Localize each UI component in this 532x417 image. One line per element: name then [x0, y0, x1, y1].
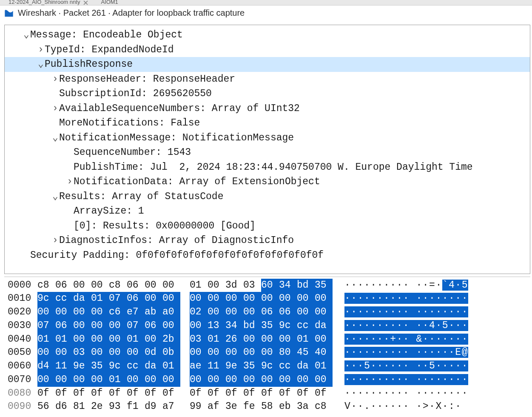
- hex-byte[interactable]: 01: [109, 373, 127, 387]
- hex-byte[interactable]: 80: [279, 346, 297, 360]
- hex-row[interactable]: 00500000030000000d0b 0000000000804540···…: [4, 346, 530, 360]
- hex-byte[interactable]: 58: [261, 400, 279, 414]
- hex-byte[interactable]: 3d: [225, 279, 243, 292]
- hex-byte[interactable]: 03: [190, 333, 208, 346]
- hex-byte[interactable]: 00: [73, 306, 91, 319]
- hex-byte[interactable]: cc: [297, 319, 315, 333]
- tree-label[interactable]: Results: Array of StatusCode: [59, 191, 223, 202]
- hex-byte[interactable]: 01: [315, 360, 333, 373]
- tree-row[interactable]: ⌄NotificationMessage: NotificationMessag…: [5, 131, 530, 146]
- hex-byte[interactable]: 00: [279, 373, 297, 387]
- tree-label[interactable]: ResponseHeader: ResponseHeader: [59, 74, 235, 85]
- hex-byte[interactable]: 00: [208, 373, 225, 387]
- hex-byte[interactable]: 00: [145, 292, 162, 306]
- hex-byte[interactable]: c6: [109, 306, 127, 319]
- tree-row[interactable]: ›AvailableSequenceNumbers: Array of UInt…: [5, 101, 530, 116]
- tree-row[interactable]: ›DiagnosticInfos: Array of DiagnosticInf…: [5, 233, 530, 248]
- hex-byte[interactable]: af: [208, 400, 225, 414]
- hex-byte[interactable]: 00: [243, 292, 261, 306]
- hex-byte[interactable]: 00: [190, 292, 208, 306]
- hex-byte[interactable]: 00: [162, 279, 180, 292]
- packet-details-tree[interactable]: ⌄Message: Encodeable Object›TypeId: Expa…: [4, 25, 530, 274]
- hex-byte[interactable]: 00: [73, 333, 91, 346]
- hex-byte[interactable]: 00: [208, 279, 225, 292]
- tree-label[interactable]: PublishResponse: [45, 59, 135, 70]
- expand-closed-icon[interactable]: ›: [66, 174, 74, 189]
- hex-offset[interactable]: 0030: [8, 319, 37, 333]
- hex-byte[interactable]: fe: [243, 400, 261, 414]
- hex-byte[interactable]: 00: [145, 373, 162, 387]
- hex-byte[interactable]: da: [297, 360, 315, 373]
- hex-byte[interactable]: 26: [225, 333, 243, 346]
- hex-byte[interactable]: 3a: [297, 400, 315, 414]
- hex-byte[interactable]: 00: [91, 279, 109, 292]
- hex-byte[interactable]: 00: [315, 373, 333, 387]
- hex-byte[interactable]: 35: [315, 279, 333, 292]
- hex-byte[interactable]: da: [315, 319, 333, 333]
- hex-byte[interactable]: e7: [127, 306, 145, 319]
- hex-byte[interactable]: bd: [243, 319, 261, 333]
- hex-byte[interactable]: 00: [315, 306, 333, 319]
- hex-byte[interactable]: 00: [208, 346, 225, 360]
- hex-byte[interactable]: 00: [55, 306, 73, 319]
- hex-ascii[interactable]: ·········· ··=·`4·5: [344, 279, 468, 292]
- hex-offset[interactable]: 0000: [8, 279, 37, 292]
- hex-byte[interactable]: 9e: [225, 360, 243, 373]
- hex-byte[interactable]: 45: [297, 346, 315, 360]
- hex-byte[interactable]: 0f: [73, 387, 91, 400]
- hex-byte[interactable]: 00: [73, 373, 91, 387]
- tree-row[interactable]: SubscriptionId: 2695620550: [5, 86, 530, 101]
- window-titlebar[interactable]: Wireshark · Packet 261 · Adapter for loo…: [0, 6, 532, 20]
- hex-byte[interactable]: 0f: [145, 387, 162, 400]
- expand-open-icon[interactable]: ⌄: [23, 28, 30, 43]
- hex-byte[interactable]: 01: [162, 360, 180, 373]
- hex-byte[interactable]: 00: [91, 333, 109, 346]
- hex-byte[interactable]: 00: [109, 319, 127, 333]
- hex-offset[interactable]: 0070: [8, 373, 37, 387]
- hex-byte[interactable]: eb: [279, 400, 297, 414]
- packet-bytes-hex[interactable]: 0000c8060000c8060000 01003d036034bd35···…: [4, 277, 530, 415]
- hex-byte[interactable]: 13: [208, 319, 225, 333]
- expand-closed-icon[interactable]: ›: [37, 43, 45, 57]
- hex-byte[interactable]: 0f: [190, 387, 208, 400]
- hex-byte[interactable]: 01: [190, 279, 208, 292]
- hex-row[interactable]: 0060d4119e359cccda01 ae119e359cccda01···…: [4, 360, 530, 373]
- hex-byte[interactable]: 34: [225, 319, 243, 333]
- hex-byte[interactable]: 99: [190, 400, 208, 414]
- hex-byte[interactable]: c8: [315, 400, 333, 414]
- hex-byte[interactable]: 40: [315, 346, 333, 360]
- hex-byte[interactable]: a0: [162, 306, 180, 319]
- hex-byte[interactable]: 35: [243, 360, 261, 373]
- hex-byte[interactable]: 02: [190, 306, 208, 319]
- tree-label[interactable]: AvailableSequenceNumbers: Array of UInt3…: [59, 103, 300, 114]
- hex-byte[interactable]: 0f: [91, 387, 109, 400]
- hex-ascii[interactable]: ·········· ······E@: [344, 346, 468, 360]
- hex-offset[interactable]: 0060: [8, 360, 37, 373]
- hex-byte[interactable]: 00: [127, 373, 145, 387]
- hex-byte[interactable]: 00: [279, 333, 297, 346]
- hex-byte[interactable]: 56: [37, 400, 55, 414]
- hex-ascii[interactable]: V··.······ ·>·X·:·: [344, 400, 462, 414]
- hex-offset[interactable]: 0050: [8, 346, 37, 360]
- hex-byte[interactable]: 0f: [208, 387, 225, 400]
- tree-label[interactable]: NotificationData: Array of ExtensionObje…: [74, 176, 320, 187]
- hex-byte[interactable]: 00: [297, 292, 315, 306]
- hex-byte[interactable]: 07: [37, 319, 55, 333]
- tree-row[interactable]: ArraySize: 1: [5, 204, 530, 219]
- hex-byte[interactable]: 0f: [109, 387, 127, 400]
- hex-byte[interactable]: 00: [37, 306, 55, 319]
- hex-byte[interactable]: 03: [73, 346, 91, 360]
- hex-byte[interactable]: 0f: [225, 387, 243, 400]
- hex-byte[interactable]: 00: [91, 319, 109, 333]
- hex-byte[interactable]: 00: [37, 373, 55, 387]
- hex-ascii[interactable]: ·········· ········: [344, 306, 468, 319]
- hex-byte[interactable]: 60: [261, 279, 279, 292]
- hex-byte[interactable]: 00: [297, 373, 315, 387]
- hex-byte[interactable]: 06: [145, 319, 162, 333]
- hex-byte[interactable]: 0f: [261, 387, 279, 400]
- hex-byte[interactable]: 06: [127, 279, 145, 292]
- hex-byte[interactable]: 00: [315, 333, 333, 346]
- hex-byte[interactable]: da: [73, 292, 91, 306]
- hex-byte[interactable]: 2e: [91, 400, 109, 414]
- hex-byte[interactable]: 0f: [37, 387, 55, 400]
